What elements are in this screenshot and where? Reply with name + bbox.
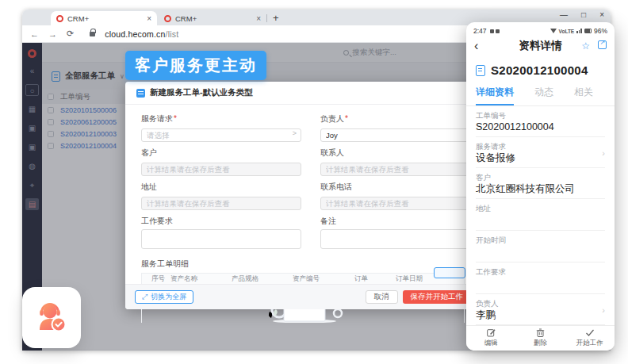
forward-icon[interactable]: → — [48, 29, 57, 39]
field-value — [476, 214, 605, 227]
field-label: 开始时间 — [476, 236, 605, 244]
remark-textarea[interactable] — [320, 229, 481, 249]
field-label: 服务请求 — [476, 142, 605, 151]
field-label: 备注 — [320, 216, 481, 227]
field-value: 北京红圈科技有限公司 — [476, 183, 605, 195]
field-owner[interactable]: 负责人 李鹏 › — [476, 294, 605, 325]
tab-close-icon[interactable]: × — [256, 14, 261, 23]
phone-field-list: 工单编号 S2020012100004 服务请求 设备报修 › 客户 北京红圈科… — [466, 106, 615, 342]
field-contact: 联系人 — [320, 142, 481, 176]
toolbar-label: 删除 — [534, 339, 547, 348]
field-label: 地址 — [476, 204, 605, 213]
favorite-star-icon[interactable]: ☆ — [581, 40, 590, 52]
tab-close-icon[interactable]: × — [147, 14, 151, 23]
detail-col: 订单 — [354, 274, 396, 284]
form-icon — [136, 89, 145, 98]
window-close-button[interactable]: × — [599, 10, 604, 19]
customer-input — [141, 163, 301, 176]
record-id-row: S2020012100004 — [466, 56, 615, 79]
chevron-right-icon: > — [293, 129, 297, 137]
screenshot-stage: CRM+ × CRM+ × + — □ × ← → ⟳ cloud.hecom.… — [0, 0, 628, 364]
field-remark: 备注 — [320, 210, 481, 252]
new-order-modal: 新建服务工单-默认业务类型 服务请求 > 负责人 客户 — [125, 82, 481, 309]
detail-col: 序号 — [142, 274, 170, 284]
delete-button[interactable]: 删除 — [515, 326, 565, 351]
url-host: cloud.hecom.cn — [105, 29, 165, 39]
field-work-requirement: 工作要求 — [476, 262, 605, 294]
trash-icon — [536, 328, 545, 337]
field-start-time: 开始时间 — [476, 231, 605, 262]
edit-icon — [487, 328, 496, 337]
field-label: 工单编号 — [476, 111, 605, 120]
field-label: 服务请求 — [141, 113, 301, 125]
toolbar-label: 开始工作 — [576, 339, 603, 348]
chevron-right-icon: › — [602, 148, 605, 158]
tab-detail[interactable]: 详细资料 — [476, 86, 514, 105]
battery-icon — [584, 29, 592, 33]
field-service-request: 服务请求 > — [141, 108, 301, 142]
modal-header: 新建服务工单-默认业务类型 — [125, 82, 481, 105]
phone-bottom-toolbar: 编辑 删除 开始工作 — [466, 325, 615, 351]
modal-title: 新建服务工单-默认业务类型 — [150, 87, 253, 98]
field-value — [476, 278, 605, 290]
field-service-request[interactable]: 服务请求 设备报修 › — [476, 137, 605, 168]
edit-button[interactable]: 编辑 — [466, 326, 515, 351]
new-tab-button[interactable]: + — [273, 12, 279, 24]
tab-related[interactable]: 相关 — [574, 86, 593, 105]
window-minimize-button[interactable]: — — [560, 10, 568, 19]
url-path: /list — [166, 29, 179, 39]
add-detail-button[interactable] — [434, 267, 465, 278]
phone-tabs: 详细资料 动态 相关 — [466, 86, 615, 106]
field-customer: 客户 北京红圈科技有限公司 — [476, 168, 605, 199]
save-button[interactable]: 保存并开始工作 — [403, 290, 472, 304]
field-label: 负责人 — [476, 299, 605, 308]
share-icon[interactable] — [598, 40, 607, 49]
phone-input — [320, 197, 481, 210]
detail-col: 产品规格 — [232, 274, 293, 284]
field-label: 负责人 — [320, 113, 481, 125]
field-label: 客户 — [476, 173, 605, 182]
tab-activity[interactable]: 动态 — [534, 86, 553, 105]
field-phone: 联系电话 — [320, 176, 481, 210]
chevron-right-icon: › — [602, 305, 605, 315]
phone-status-bar: 2:47 VoLTE 96% — [466, 22, 615, 36]
notification-icons — [490, 29, 500, 33]
cancel-button[interactable]: 取消 — [366, 290, 398, 304]
crm-favicon — [164, 15, 171, 22]
field-value: 李鹏 — [476, 309, 605, 321]
field-label: 联系人 — [320, 148, 481, 159]
field-address: 地址 — [141, 176, 301, 210]
service-request-select[interactable] — [141, 128, 301, 142]
detail-section-label: 服务工单明细 — [141, 259, 465, 270]
fullscreen-label: 切换为全屏 — [151, 292, 186, 302]
reload-icon[interactable]: ⟳ — [67, 29, 74, 39]
start-work-button[interactable]: 开始工作 — [565, 326, 615, 351]
toolbar-label: 编辑 — [484, 339, 498, 348]
browser-tab-1[interactable]: CRM+ × — [51, 11, 157, 25]
owner-input[interactable] — [320, 128, 481, 142]
work-requirement-textarea[interactable] — [141, 229, 301, 249]
detail-col: 资产名称 — [170, 274, 232, 284]
field-owner: 负责人 — [320, 108, 481, 142]
modal-footer: ⤢ 切换为全屏 取消 保存并开始工作 — [125, 284, 481, 309]
back-icon[interactable]: ← — [30, 29, 39, 39]
phone-nav-bar: ‹ 资料详情 ☆ — [466, 36, 615, 56]
customer-service-icon — [33, 300, 70, 336]
window-maximize-button[interactable]: □ — [581, 10, 586, 19]
support-float-button[interactable] — [22, 287, 81, 348]
tab-label: CRM+ — [67, 14, 143, 23]
field-label: 联系电话 — [320, 182, 481, 193]
contact-input — [320, 163, 481, 176]
worksheet-icon — [476, 65, 485, 76]
record-id: S2020012100004 — [491, 63, 588, 77]
tab-separator — [266, 14, 267, 22]
url-text[interactable]: cloud.hecom.cn/list — [105, 29, 178, 39]
field-label: 工作要求 — [476, 267, 605, 276]
field-label: 地址 — [141, 182, 301, 193]
fullscreen-toggle-button[interactable]: ⤢ 切换为全屏 — [135, 290, 193, 304]
browser-tab-2[interactable]: CRM+ × — [159, 11, 266, 25]
lock-icon — [90, 32, 95, 36]
field-label: 客户 — [141, 148, 301, 159]
promo-banner: 客户服务更主动 — [125, 51, 266, 80]
field-order-no: 工单编号 S2020012100004 — [476, 106, 605, 137]
